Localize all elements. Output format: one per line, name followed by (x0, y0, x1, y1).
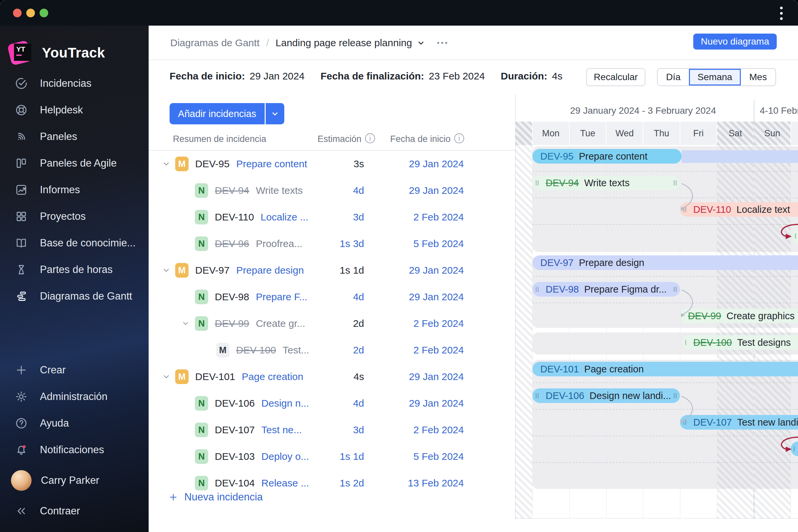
gantt-bar[interactable]: DEV-99Create graphics (680, 308, 798, 323)
chevron-down-icon[interactable] (162, 266, 175, 274)
estimation-value[interactable]: 1s 2d (288, 477, 364, 489)
sidebar-item-administracion[interactable]: Administración (0, 383, 149, 410)
sidebar-item-incidencias[interactable]: Incidencias (0, 70, 149, 97)
table-row[interactable]: N DEV-106 Design n... 4d 29 Jan 2024 (149, 390, 515, 417)
start-date-value[interactable]: 29 Jan 2024 (361, 291, 464, 303)
start-date-value[interactable]: 5 Feb 2024 (361, 238, 464, 249)
close-window-icon[interactable] (13, 8, 22, 17)
gantt-bar[interactable]: DEV-95Prepare content (532, 149, 682, 164)
drag-handle[interactable] (536, 180, 537, 186)
gantt-bar[interactable]: DEV-97Prepare design (532, 255, 798, 270)
start-date-value[interactable]: 29 Jan 2024 (361, 398, 464, 409)
estimation-value[interactable]: 3d (288, 424, 364, 436)
drag-handle[interactable] (538, 287, 539, 292)
start-date-value[interactable]: 5 Feb 2024 (361, 451, 464, 462)
sidebar-item-ayuda[interactable]: Ayuda (0, 410, 149, 437)
drag-handle[interactable] (676, 287, 677, 292)
diagram-title-dropdown[interactable]: Landing page release planning (276, 37, 426, 49)
start-date-info-icon[interactable]: i (454, 133, 464, 143)
estimation-value[interactable]: 4s (288, 371, 364, 382)
drag-handle[interactable] (676, 393, 677, 398)
table-row[interactable]: M DEV-95 Prepare content 3s 29 Jan 2024 (149, 151, 515, 177)
drag-handle[interactable] (685, 340, 686, 345)
start-date-value[interactable]: 2 Feb 2024 (361, 424, 464, 436)
drag-handle[interactable] (676, 180, 677, 186)
table-row[interactable]: N DEV-103 Deploy o... 1s 1d 5 Feb 2024 (149, 443, 515, 470)
start-date-value[interactable]: 13 Feb 2024 (361, 477, 464, 489)
drag-handle[interactable] (683, 207, 684, 212)
chevron-down-icon[interactable] (182, 320, 195, 327)
sidebar-nav: Incidencias Helpdesk Paneles Paneles de … (0, 70, 149, 309)
zoom-window-icon[interactable] (40, 8, 48, 17)
issue-id: DEV-98 (215, 291, 249, 303)
estimation-value[interactable]: 2d (288, 318, 364, 329)
table-row[interactable]: M DEV-101 Page creation 4s 29 Jan 2024 (149, 363, 515, 390)
sidebar-collapse[interactable]: Contraer (0, 498, 149, 524)
sidebar-item-informes[interactable]: Informes (0, 176, 149, 203)
table-row[interactable]: N DEV-110 Localize ... 3d 2 Feb 2024 (149, 204, 515, 230)
kebab-menu-icon[interactable] (775, 6, 788, 21)
sidebar-item-diagramas-de-gantt[interactable]: Diagramas de Gantt (0, 283, 149, 309)
table-row[interactable]: N DEV-98 Prepare F... 4d 29 Jan 2024 (149, 284, 515, 310)
add-issues-button[interactable]: Añadir incidencias (170, 103, 265, 125)
start-date-value[interactable]: 2 Feb 2024 (361, 211, 464, 223)
table-row[interactable]: N DEV-94 Write texts 4d 29 Jan 2024 (149, 177, 515, 204)
minimize-window-icon[interactable] (26, 8, 35, 17)
more-options-icon[interactable] (437, 42, 447, 44)
new-issue-button[interactable]: + Nueva incidencia (170, 491, 263, 503)
drag-handle[interactable] (685, 420, 686, 425)
table-row[interactable]: M DEV-100 Test... 2d 2 Feb 2024 (149, 337, 515, 363)
sidebar-item-base-de-conocimiento[interactable]: Base de conocimie... (0, 230, 149, 256)
gantt-bar-edge[interactable] (793, 229, 798, 243)
estimation-value[interactable]: 1s 3d (288, 238, 364, 249)
drag-handle[interactable] (673, 393, 674, 398)
drag-handle[interactable] (673, 180, 674, 186)
drag-handle[interactable] (673, 287, 674, 292)
start-date-value[interactable]: 2 Feb 2024 (361, 318, 464, 329)
estimation-value[interactable]: 2d (288, 344, 364, 356)
table-row[interactable]: N DEV-99 Create gr... 2d 2 Feb 2024 (149, 310, 515, 337)
gantt-bar[interactable]: DEV-107Test new landi (680, 415, 798, 430)
drag-handle[interactable] (536, 287, 537, 292)
add-issues-dropdown-button[interactable] (266, 103, 284, 125)
sidebar-item-paneles-de-agile[interactable]: Paneles de Agile (0, 150, 149, 176)
drag-handle[interactable] (538, 180, 539, 186)
sidebar-item-partes-de-horas[interactable]: Partes de horas (0, 256, 149, 283)
estimation-value[interactable]: 3s (288, 158, 364, 170)
table-row[interactable]: N DEV-107 Test ne... 3d 2 Feb 2024 (149, 417, 515, 443)
table-row[interactable]: N DEV-96 Proofrea... 1s 3d 5 Feb 2024 (149, 230, 515, 257)
gantt-bar[interactable]: DEV-98Prepare Figma dr... (532, 282, 680, 297)
start-date-value[interactable]: 29 Jan 2024 (361, 185, 464, 196)
main-content: Diagramas de Gantt / Landing page releas… (149, 25, 798, 532)
breadcrumb-section[interactable]: Diagramas de Gantt (170, 37, 259, 49)
start-date-value[interactable]: 29 Jan 2024 (361, 265, 464, 276)
drag-handle[interactable] (685, 207, 686, 212)
sidebar-item-crear[interactable]: Crear (0, 357, 149, 383)
estimation-value[interactable]: 3d (288, 211, 364, 223)
estimation-value[interactable]: 1s 1d (288, 451, 364, 462)
sidebar-item-proyectos[interactable]: Proyectos (0, 203, 149, 230)
sidebar-item-paneles[interactable]: Paneles (0, 124, 149, 150)
drag-handle[interactable] (683, 420, 684, 425)
estimation-value[interactable]: 4d (288, 291, 364, 303)
drag-handle[interactable] (536, 393, 537, 398)
estimation-value[interactable]: 4d (288, 185, 364, 196)
sidebar-item-notificaciones[interactable]: Notificaciones (0, 437, 149, 463)
start-date-value[interactable]: 2 Feb 2024 (361, 344, 464, 356)
chevron-down-icon[interactable] (162, 159, 175, 168)
estimation-value[interactable]: 1s 1d (288, 265, 364, 276)
estimation-value[interactable]: 4d (288, 398, 364, 409)
gantt-bar[interactable]: DEV-110Localize text (680, 202, 798, 217)
sidebar-item-helpdesk[interactable]: Helpdesk (0, 97, 149, 124)
gantt-bar[interactable]: DEV-101Page creation (532, 362, 798, 376)
chevron-down-icon[interactable] (162, 373, 175, 381)
youtrack-logo[interactable]: YT YouTrack (7, 40, 105, 66)
drag-handle[interactable] (538, 393, 539, 398)
gantt-bar[interactable]: DEV-100Test designs (682, 335, 798, 350)
gantt-bar[interactable]: DEV-94Write texts (532, 175, 680, 190)
gantt-bar[interactable]: DEV-106Design new landi... (532, 388, 680, 403)
sidebar-user[interactable]: Carry Parker (0, 467, 149, 494)
start-date-value[interactable]: 29 Jan 2024 (361, 158, 464, 170)
table-row[interactable]: M DEV-97 Prepare design 1s 1d 29 Jan 202… (149, 257, 515, 284)
start-date-value[interactable]: 29 Jan 2024 (361, 371, 464, 382)
